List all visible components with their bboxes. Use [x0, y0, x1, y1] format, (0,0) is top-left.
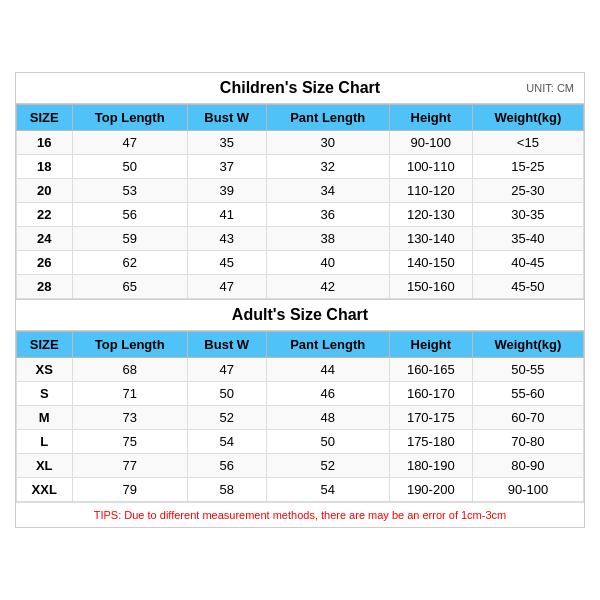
table-cell: 55-60 [472, 382, 583, 406]
adults-header-row: SIZE Top Length Bust W Pant Length Heigh… [17, 332, 584, 358]
table-row: 20533934110-12025-30 [17, 179, 584, 203]
table-cell: 80-90 [472, 454, 583, 478]
table-cell: 50-55 [472, 358, 583, 382]
table-cell: 41 [187, 203, 266, 227]
children-title-row: Children's Size Chart UNIT: CM [16, 73, 584, 104]
adults-col-top-length: Top Length [72, 332, 187, 358]
table-cell: XL [17, 454, 73, 478]
table-cell: 25-30 [472, 179, 583, 203]
table-cell: 59 [72, 227, 187, 251]
table-cell: 65 [72, 275, 187, 299]
table-cell: XS [17, 358, 73, 382]
table-cell: 15-25 [472, 155, 583, 179]
table-cell: 30 [266, 131, 389, 155]
table-cell: 42 [266, 275, 389, 299]
children-header-row: SIZE Top Length Bust W Pant Length Heigh… [17, 105, 584, 131]
adults-col-bust-w: Bust W [187, 332, 266, 358]
table-cell: 54 [266, 478, 389, 502]
table-row: S715046160-17055-60 [17, 382, 584, 406]
adults-col-height: Height [389, 332, 472, 358]
table-cell: 50 [266, 430, 389, 454]
table-row: 1647353090-100<15 [17, 131, 584, 155]
children-col-top-length: Top Length [72, 105, 187, 131]
table-cell: 50 [187, 382, 266, 406]
table-cell: 44 [266, 358, 389, 382]
table-cell: 24 [17, 227, 73, 251]
children-col-pant-length: Pant Length [266, 105, 389, 131]
table-cell: 20 [17, 179, 73, 203]
table-cell: 100-110 [389, 155, 472, 179]
table-cell: 54 [187, 430, 266, 454]
table-row: M735248170-17560-70 [17, 406, 584, 430]
table-cell: 45 [187, 251, 266, 275]
table-row: 22564136120-13030-35 [17, 203, 584, 227]
table-cell: 73 [72, 406, 187, 430]
table-cell: M [17, 406, 73, 430]
table-cell: 47 [187, 275, 266, 299]
table-cell: 140-150 [389, 251, 472, 275]
table-cell: 46 [266, 382, 389, 406]
table-cell: 175-180 [389, 430, 472, 454]
table-cell: 53 [72, 179, 187, 203]
table-cell: 160-170 [389, 382, 472, 406]
table-cell: 110-120 [389, 179, 472, 203]
children-col-weight: Weight(kg) [472, 105, 583, 131]
table-row: XXL795854190-20090-100 [17, 478, 584, 502]
unit-label: UNIT: CM [526, 82, 574, 94]
table-cell: 48 [266, 406, 389, 430]
table-cell: 47 [72, 131, 187, 155]
table-cell: 35 [187, 131, 266, 155]
table-cell: 130-140 [389, 227, 472, 251]
table-cell: 71 [72, 382, 187, 406]
children-table: SIZE Top Length Bust W Pant Length Heigh… [16, 104, 584, 299]
table-row: 28654742150-16045-50 [17, 275, 584, 299]
adults-col-pant-length: Pant Length [266, 332, 389, 358]
adults-col-weight: Weight(kg) [472, 332, 583, 358]
table-cell: 77 [72, 454, 187, 478]
table-cell: 68 [72, 358, 187, 382]
table-cell: <15 [472, 131, 583, 155]
table-cell: 34 [266, 179, 389, 203]
table-cell: 45-50 [472, 275, 583, 299]
table-cell: 70-80 [472, 430, 583, 454]
table-cell: 150-160 [389, 275, 472, 299]
table-cell: S [17, 382, 73, 406]
table-cell: L [17, 430, 73, 454]
table-cell: 56 [72, 203, 187, 227]
table-cell: 90-100 [389, 131, 472, 155]
table-cell: 32 [266, 155, 389, 179]
table-cell: 75 [72, 430, 187, 454]
table-cell: 50 [72, 155, 187, 179]
table-cell: 190-200 [389, 478, 472, 502]
tips-row: TIPS: Due to different measurement metho… [16, 502, 584, 527]
table-cell: 26 [17, 251, 73, 275]
table-cell: 37 [187, 155, 266, 179]
adults-table: SIZE Top Length Bust W Pant Length Heigh… [16, 331, 584, 502]
table-cell: 52 [187, 406, 266, 430]
table-cell: 35-40 [472, 227, 583, 251]
table-row: 24594338130-14035-40 [17, 227, 584, 251]
table-cell: 36 [266, 203, 389, 227]
adults-tbody: XS684744160-16550-55S715046160-17055-60M… [17, 358, 584, 502]
table-row: 18503732100-11015-25 [17, 155, 584, 179]
table-cell: 62 [72, 251, 187, 275]
table-cell: 170-175 [389, 406, 472, 430]
table-cell: 180-190 [389, 454, 472, 478]
table-row: XS684744160-16550-55 [17, 358, 584, 382]
children-tbody: 1647353090-100<1518503732100-11015-25205… [17, 131, 584, 299]
table-cell: 56 [187, 454, 266, 478]
table-cell: 18 [17, 155, 73, 179]
table-cell: XXL [17, 478, 73, 502]
adults-title-row: Adult's Size Chart [16, 299, 584, 331]
table-cell: 58 [187, 478, 266, 502]
table-cell: 120-130 [389, 203, 472, 227]
adults-col-size: SIZE [17, 332, 73, 358]
table-cell: 79 [72, 478, 187, 502]
table-cell: 43 [187, 227, 266, 251]
table-cell: 40 [266, 251, 389, 275]
adults-title: Adult's Size Chart [232, 306, 368, 324]
table-cell: 39 [187, 179, 266, 203]
children-col-height: Height [389, 105, 472, 131]
children-col-bust-w: Bust W [187, 105, 266, 131]
table-cell: 38 [266, 227, 389, 251]
